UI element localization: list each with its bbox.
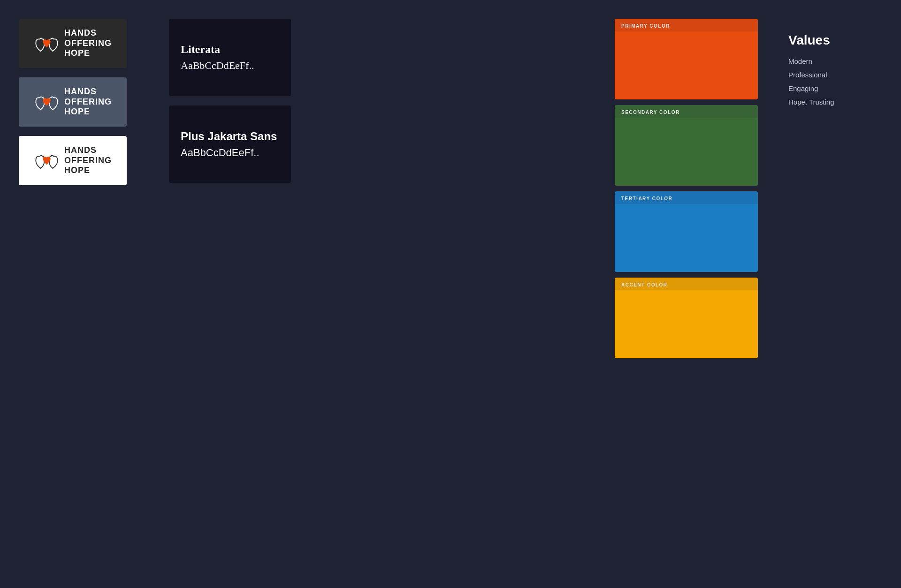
hands-icon-gray <box>34 89 60 115</box>
color-tertiary-label: TERTIARY COLOR <box>615 191 758 204</box>
color-primary-label: PRIMARY COLOR <box>615 19 758 31</box>
value-item-engaging: Engaging <box>788 84 873 92</box>
spacer <box>314 19 596 569</box>
font-card-literata: Literata AaBbCcDdEeFf.. <box>169 19 291 96</box>
color-primary-card: PRIMARY COLOR <box>615 19 758 99</box>
logo-gray: HANDSOFFERINGHOPE <box>19 77 127 127</box>
color-tertiary-card: TERTIARY COLOR <box>615 191 758 272</box>
logo-text-white: HANDSOFFERINGHOPE <box>64 145 112 176</box>
logo-dark: HANDSOFFERINGHOPE <box>19 19 127 68</box>
hands-icon-dark <box>34 30 60 56</box>
font-card-jakarta: Plus Jakarta Sans AaBbCcDdEeFf.. <box>169 106 291 183</box>
color-primary-swatch <box>615 31 758 99</box>
font-sample-jakarta: AaBbCcDdEeFf.. <box>181 147 279 159</box>
values-title: Values <box>788 33 873 48</box>
fonts-panel: Literata AaBbCcDdEeFf.. Plus Jakarta San… <box>169 19 296 569</box>
values-sidebar: Values Modern Professional Engaging Hope… <box>779 19 882 569</box>
logo-white: HANDSOFFERINGHOPE <box>19 136 127 185</box>
font-name-literata: Literata <box>181 43 279 56</box>
color-secondary-card: SECONDARY COLOR <box>615 105 758 186</box>
color-tertiary-swatch <box>615 204 758 272</box>
color-secondary-label: SECONDARY COLOR <box>615 105 758 118</box>
color-accent-label: ACCENT COLOR <box>615 278 758 290</box>
logo-text-gray: HANDSOFFERINGHOPE <box>64 87 112 117</box>
logo-text-dark: HANDSOFFERINGHOPE <box>64 28 112 59</box>
value-item-hope: Hope, Trusting <box>788 98 873 106</box>
colors-panel: PRIMARY COLOR SECONDARY COLOR TERTIARY C… <box>615 19 760 569</box>
font-sample-literata: AaBbCcDdEeFf.. <box>181 60 279 72</box>
main-content: HANDSOFFERINGHOPE HANDSOFFERINGHOPE <box>0 0 901 588</box>
color-accent-swatch <box>615 290 758 358</box>
font-name-jakarta: Plus Jakarta Sans <box>181 130 279 143</box>
logos-panel: HANDSOFFERINGHOPE HANDSOFFERINGHOPE <box>19 19 150 569</box>
color-accent-card: ACCENT COLOR <box>615 278 758 358</box>
value-item-modern: Modern <box>788 57 873 65</box>
color-secondary-swatch <box>615 118 758 186</box>
hands-icon-white <box>34 148 60 173</box>
value-item-professional: Professional <box>788 71 873 79</box>
values-list: Modern Professional Engaging Hope, Trust… <box>788 57 873 106</box>
